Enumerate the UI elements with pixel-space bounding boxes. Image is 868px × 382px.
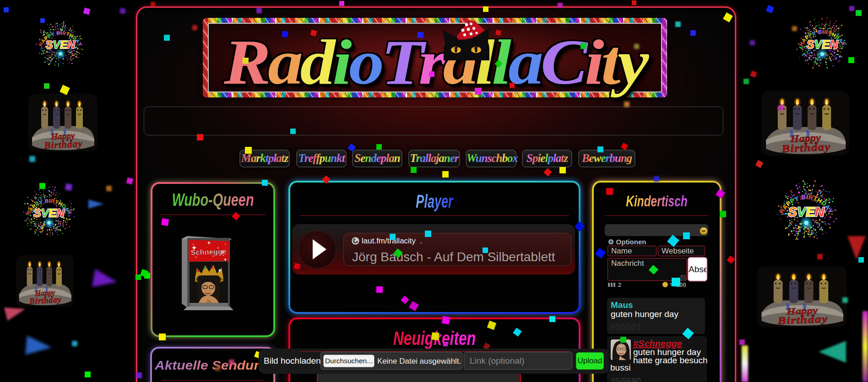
- svg-text:Birthday: Birthday: [43, 138, 83, 151]
- svg-text:SVEN: SVEN: [46, 39, 76, 51]
- svg-text:SVEN: SVEN: [788, 204, 825, 219]
- svg-text:Birthday: Birthday: [777, 313, 829, 327]
- svg-text:Birthday: Birthday: [781, 140, 831, 155]
- svg-text:Schnegge: Schnegge: [191, 247, 227, 257]
- svg-text:SVEN: SVEN: [33, 207, 65, 219]
- svg-text:Birthday: Birthday: [29, 295, 62, 306]
- svg-text:SVEN: SVEN: [807, 38, 838, 51]
